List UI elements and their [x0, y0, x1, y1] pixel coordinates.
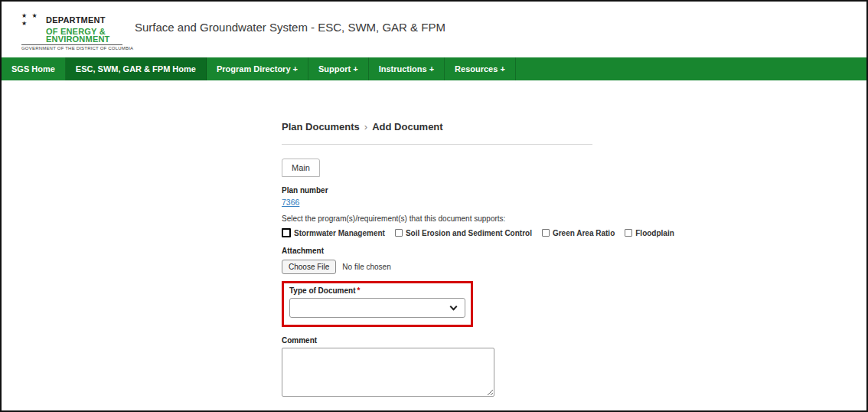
- logo-line-1: ★ ★ ★ DEPARTMENT: [21, 12, 122, 28]
- logo-text-environment: ENVIRONMENT: [46, 35, 109, 43]
- checkbox-icon: [625, 229, 632, 237]
- comment-textarea[interactable]: [282, 348, 494, 397]
- checkbox-icon: [282, 228, 291, 237]
- breadcrumb: Plan Documents›Add Document: [282, 121, 592, 132]
- comment-label: Comment: [282, 336, 592, 345]
- breadcrumb-divider: [282, 144, 592, 145]
- checkbox-option-green-area-ratio[interactable]: Green Area Ratio: [542, 229, 615, 237]
- checkbox-icon: [395, 229, 403, 237]
- nav-item-sgs-home[interactable]: SGS Home: [2, 57, 66, 80]
- logo-tagline: GOVERNMENT OF THE DISTRICT OF COLUMBIA: [21, 44, 122, 51]
- nav-item-support[interactable]: Support +: [308, 57, 369, 80]
- checkbox-label: Stormwater Management: [294, 229, 385, 237]
- breadcrumb-parent[interactable]: Plan Documents: [282, 121, 360, 132]
- plan-number-label: Plan number: [282, 186, 592, 195]
- checkbox-label: Green Area Ratio: [553, 229, 615, 237]
- main-content: Plan Documents›Add Document Main Plan nu…: [282, 121, 592, 412]
- nav-item-resources[interactable]: Resources +: [445, 57, 516, 80]
- breadcrumb-current: Add Document: [372, 121, 442, 132]
- doee-logo[interactable]: ★ ★ ★ DEPARTMENT OF ENERGY & ENVIRONMENT…: [21, 12, 122, 51]
- plan-number-link[interactable]: 7366: [282, 198, 299, 207]
- checkbox-label: Floodplain: [635, 229, 674, 237]
- checkbox-option-stormwater-management[interactable]: Stormwater Management: [282, 228, 385, 237]
- logo-line-3: ENVIRONMENT: [21, 35, 122, 43]
- logo-text-department: DEPARTMENT: [46, 16, 106, 24]
- type-of-document-select[interactable]: [289, 298, 465, 318]
- attachment-label: Attachment: [282, 247, 592, 255]
- breadcrumb-separator: ›: [364, 121, 367, 132]
- programs-instruction: Select the program(s)/requirement(s) tha…: [282, 214, 592, 223]
- choose-file-button[interactable]: Choose File: [282, 260, 336, 274]
- chevron-down-icon: [450, 303, 458, 311]
- checkbox-option-soil-erosion[interactable]: Soil Erosion and Sediment Control: [395, 229, 532, 237]
- screenshot-frame: ★ ★ ★ DEPARTMENT OF ENERGY & ENVIRONMENT…: [0, 0, 868, 412]
- checkbox-label: Soil Erosion and Sediment Control: [406, 229, 532, 237]
- main-nav: SGS Home ESC, SWM, GAR & FPM Home Progra…: [2, 57, 866, 80]
- logo-line-2: OF ENERGY &: [21, 28, 122, 35]
- app-title: Surface and Groundwater System - ESC, SW…: [135, 21, 445, 34]
- logo-text-of-energy: OF ENERGY &: [46, 28, 106, 35]
- nav-item-program-directory[interactable]: Program Directory +: [207, 57, 308, 80]
- programs-checkbox-row: Stormwater Management Soil Erosion and S…: [282, 228, 674, 237]
- annotation-highlight: Type of Document*: [282, 281, 473, 327]
- checkbox-option-floodplain[interactable]: Floodplain: [625, 229, 674, 237]
- checkbox-icon: [542, 229, 550, 237]
- tab-main[interactable]: Main: [282, 159, 320, 177]
- attachment-file-row: Choose File No file chosen: [282, 260, 592, 274]
- app-header: ★ ★ ★ DEPARTMENT OF ENERGY & ENVIRONMENT…: [2, 2, 866, 57]
- nav-item-instructions[interactable]: Instructions +: [369, 57, 445, 80]
- nav-item-esc-swm-gar-fpm-home[interactable]: ESC, SWM, GAR & FPM Home: [66, 57, 207, 80]
- required-marker: *: [357, 286, 360, 295]
- logo-stars-icon: ★ ★ ★: [21, 12, 43, 28]
- type-of-document-label: Type of Document*: [289, 286, 465, 295]
- file-chosen-status: No file chosen: [342, 263, 390, 271]
